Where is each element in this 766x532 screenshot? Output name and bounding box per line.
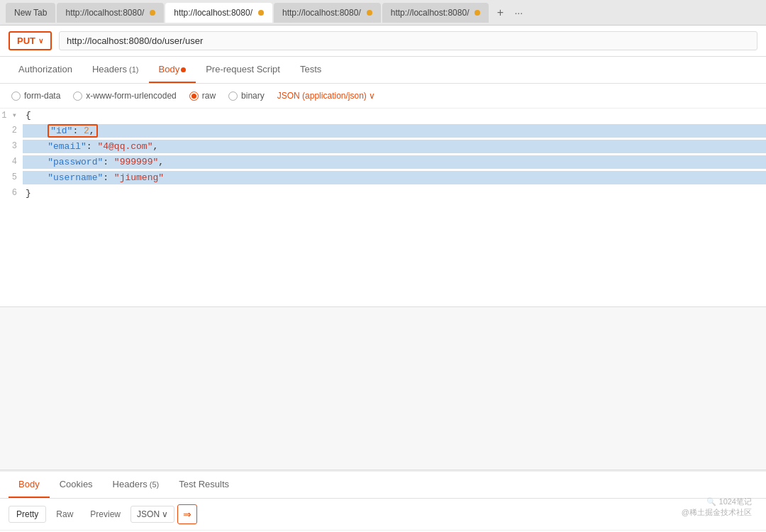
line-content-6: } <box>23 187 766 200</box>
line-content-5: "username": "jiumeng" <box>23 171 766 184</box>
resp-json-label: JSON <box>137 509 160 519</box>
tab-tests[interactable]: Tests <box>290 57 331 83</box>
code-line-1: 1 ▾ { <box>0 109 766 124</box>
method-label: PUT <box>17 35 35 46</box>
raw-option[interactable]: raw <box>189 91 216 101</box>
resp-headers-badge: (5) <box>148 480 160 489</box>
code-line-4: 4 "password": "999999", <box>0 155 766 171</box>
resp-toolbar: Pretty Raw Preview JSON ∨ ⇒ <box>0 499 766 531</box>
line-num-4: 4 <box>0 155 23 167</box>
resp-json-dropdown[interactable]: JSON ∨ <box>131 506 174 523</box>
tab-1[interactable]: http://localhost:8080/ <box>57 3 164 23</box>
line-content-1: { <box>23 109 766 122</box>
tab-4[interactable]: http://localhost:8080/ <box>382 3 489 23</box>
new-tab-button[interactable]: + <box>490 3 510 23</box>
code-line-2: 2 "id": 2, <box>0 124 766 140</box>
resp-tab-test-results-label: Test Results <box>179 479 229 489</box>
form-data-option[interactable]: form-data <box>11 91 60 101</box>
tab-label: http://localhost:8080/ <box>282 8 361 18</box>
pretty-button[interactable]: Pretty <box>9 506 46 523</box>
method-arrow: ∨ <box>38 37 43 45</box>
resp-tab-cookies-label: Cookies <box>60 479 93 489</box>
line-num-3: 3 <box>0 140 23 151</box>
more-tabs-button[interactable]: ··· <box>511 7 526 18</box>
binary-option[interactable]: binary <box>228 91 265 101</box>
tab-authorization-label: Authorization <box>18 64 72 74</box>
wrap-icon: ⇒ <box>183 509 192 520</box>
code-editor[interactable]: 1 ▾ { 2 "id": 2, 3 "email": "4@qq.com", … <box>0 109 766 307</box>
resp-tab-body-label: Body <box>18 479 40 489</box>
binary-radio[interactable] <box>228 92 238 101</box>
tab-2[interactable]: http://localhost:8080/ <box>165 3 272 23</box>
urlencoded-option[interactable]: x-www-form-urlencoded <box>73 91 176 101</box>
binary-label: binary <box>241 91 265 101</box>
raw-label: raw <box>202 91 216 101</box>
id-highlight-box: "id": 2, <box>48 124 97 138</box>
json-type-label: JSON (application/json) <box>277 91 367 101</box>
resp-tab-cookies[interactable]: Cookies <box>50 472 103 498</box>
raw-button[interactable]: Raw <box>49 506 80 522</box>
response-section: Body Cookies Headers (5) Test Results Pr… <box>0 470 766 532</box>
line-num-5: 5 <box>0 171 23 182</box>
tab-tests-label: Tests <box>300 64 321 74</box>
tab-authorization[interactable]: Authorization <box>9 57 82 83</box>
tab-headers-label: Headers <box>92 64 127 74</box>
resp-tab-body[interactable]: Body <box>9 472 50 498</box>
tab-dot-4 <box>474 10 480 16</box>
method-button[interactable]: PUT ∨ <box>9 31 52 50</box>
tab-dot-2 <box>258 10 264 16</box>
json-type-dropdown[interactable]: JSON (application/json) ∨ <box>277 91 375 101</box>
line-num-2: 2 <box>0 124 23 135</box>
tab-label: New Tab <box>14 8 47 18</box>
line-content-2: "id": 2, <box>23 124 766 138</box>
body-dot <box>181 67 186 72</box>
code-line-3: 3 "email": "4@qq.com", <box>0 140 766 155</box>
tab-dot-3 <box>367 10 372 16</box>
tab-3[interactable]: http://localhost:8080/ <box>274 3 381 23</box>
watermark-line2: @稀土掘金技术社区 <box>682 507 752 518</box>
resp-tab-test-results[interactable]: Test Results <box>169 472 239 498</box>
browser-tabs: New Tab http://localhost:8080/ http://lo… <box>0 0 766 26</box>
urlencoded-radio[interactable] <box>73 92 82 101</box>
tab-label: http://localhost:8080/ <box>174 8 252 18</box>
line-content-3: "email": "4@qq.com", <box>23 140 766 153</box>
line-content-4: "password": "999999", <box>23 155 766 169</box>
preview-button[interactable]: Preview <box>83 506 128 522</box>
raw-radio[interactable] <box>189 92 199 101</box>
body-options: form-data x-www-form-urlencoded raw bina… <box>0 84 766 109</box>
url-input[interactable] <box>59 31 757 50</box>
form-data-label: form-data <box>24 91 60 101</box>
watermark: 🔍 1024笔记 @稀土掘金技术社区 <box>682 497 752 518</box>
tab-label: http://localhost:8080/ <box>65 8 144 18</box>
headers-badge: (1) <box>127 65 139 74</box>
tab-headers[interactable]: Headers (1) <box>82 57 149 83</box>
form-data-radio[interactable] <box>11 92 21 101</box>
tab-pre-request-label: Pre-request Script <box>206 64 280 74</box>
tab-pre-request[interactable]: Pre-request Script <box>196 57 290 83</box>
response-tabs: Body Cookies Headers (5) Test Results <box>0 472 766 499</box>
tab-label: http://localhost:8080/ <box>391 8 470 18</box>
code-line-5: 5 "username": "jiumeng" <box>0 171 766 187</box>
resp-tab-headers-label: Headers <box>113 479 148 489</box>
editor-spacer <box>0 307 766 470</box>
tab-new-tab[interactable]: New Tab <box>6 3 55 23</box>
code-line-6: 6 } <box>0 187 766 202</box>
resp-tab-headers[interactable]: Headers (5) <box>103 472 170 498</box>
wrap-icon-button[interactable]: ⇒ <box>177 504 197 524</box>
json-type-arrow: ∨ <box>369 91 375 101</box>
watermark-line1: 🔍 1024笔记 <box>682 497 752 507</box>
tab-body-label: Body <box>159 64 180 74</box>
line-num-6: 6 <box>0 187 23 198</box>
request-tabs: Authorization Headers (1) Body Pre-reque… <box>0 57 766 84</box>
tab-body[interactable]: Body <box>149 57 196 83</box>
tab-dot-1 <box>150 10 155 16</box>
request-area: Authorization Headers (1) Body Pre-reque… <box>0 57 766 470</box>
urlencoded-label: x-www-form-urlencoded <box>86 91 176 101</box>
line-num-1: 1 ▾ <box>0 109 23 121</box>
resp-json-arrow: ∨ <box>162 509 168 519</box>
url-bar: PUT ∨ <box>0 26 766 57</box>
